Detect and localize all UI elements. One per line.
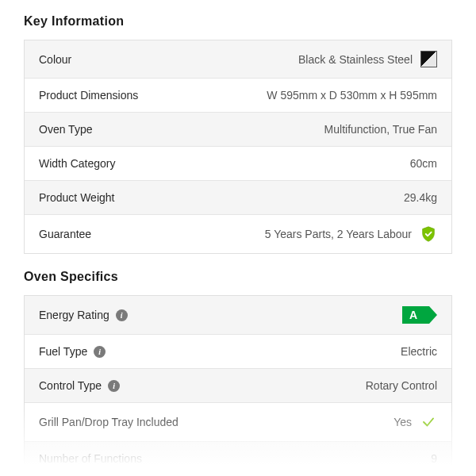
row-label: Oven Type	[39, 123, 92, 136]
colour-swatch-icon	[420, 51, 437, 67]
table-row: Grill Pan/Drop Tray Included Yes	[25, 403, 451, 442]
row-value: 5 Years Parts, 2 Years Labour	[265, 225, 437, 243]
row-value: Electric	[401, 345, 437, 358]
row-label: Width Category	[39, 157, 115, 170]
table-row: Width Category 60cm	[25, 147, 451, 181]
guarantee-shield-icon	[420, 225, 437, 243]
row-value: 29.4kg	[404, 191, 437, 204]
table-row: Product Weight 29.4kg	[25, 181, 451, 215]
row-label: Product Weight	[39, 191, 114, 204]
energy-rating-icon: A	[402, 306, 437, 324]
table-row: Guarantee 5 Years Parts, 2 Years Labour	[25, 215, 451, 253]
info-icon[interactable]: i	[116, 309, 128, 321]
row-value: Multifunction, True Fan	[324, 123, 437, 136]
row-label: Number of Functions	[39, 452, 142, 465]
row-label: Product Dimensions	[39, 89, 138, 102]
row-value: W 595mm x D 530mm x H 595mm	[267, 89, 437, 102]
check-icon	[420, 413, 437, 431]
row-label: Grill Pan/Drop Tray Included	[39, 416, 178, 428]
info-icon[interactable]: i	[108, 380, 120, 392]
oven-specifics-table: Energy Rating i A Fuel Type i Electric	[24, 295, 452, 476]
table-row: Fuel Type i Electric	[25, 335, 451, 369]
section-title-key-information: Key Information	[24, 14, 452, 29]
row-value: A	[394, 306, 437, 324]
svg-text:A: A	[409, 309, 417, 321]
row-label: Fuel Type i	[39, 345, 106, 358]
table-row: Number of Functions 9	[25, 442, 451, 476]
row-label: Guarantee	[39, 228, 91, 240]
info-icon[interactable]: i	[94, 346, 106, 358]
table-row: Control Type i Rotary Control	[25, 369, 451, 403]
table-row: Colour Black & Stainless Steel	[25, 40, 451, 79]
section-title-oven-specifics: Oven Specifics	[24, 270, 452, 284]
key-information-table: Colour Black & Stainless Steel Product D…	[24, 40, 452, 254]
svg-marker-0	[402, 306, 437, 324]
row-value: 60cm	[410, 157, 437, 170]
table-row: Energy Rating i A	[25, 296, 451, 335]
row-value: Black & Stainless Steel	[298, 51, 437, 67]
row-label: Energy Rating i	[39, 309, 128, 321]
row-label: Colour	[39, 53, 71, 66]
table-row: Product Dimensions W 595mm x D 530mm x H…	[25, 79, 451, 113]
row-value: 9	[431, 452, 437, 465]
row-label: Control Type i	[39, 379, 120, 392]
table-row: Oven Type Multifunction, True Fan	[25, 113, 451, 147]
row-value: Rotary Control	[366, 379, 437, 392]
row-value: Yes	[393, 413, 437, 431]
